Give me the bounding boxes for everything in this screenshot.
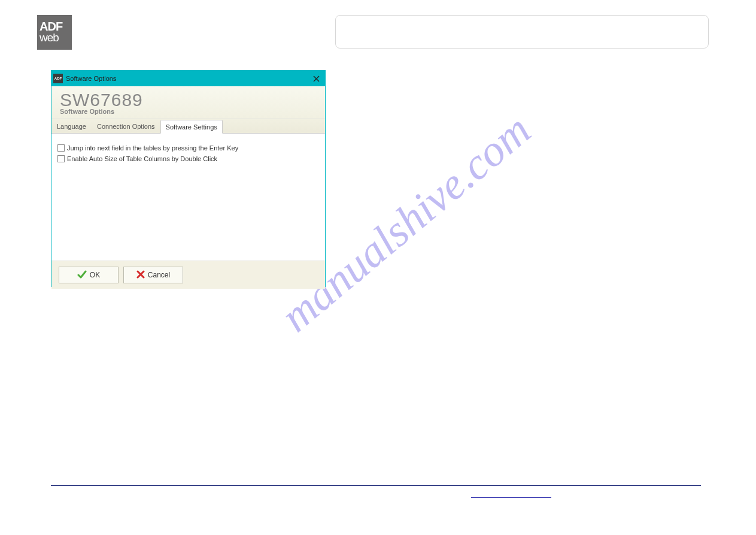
checkbox-row-auto-size[interactable]: Enable Auto Size of Table Columns by Dou… [57,155,319,162]
dialog-title: Software Options [66,75,307,82]
logo-line-2: web [40,32,72,43]
tab-panel-software-settings: Jump into next field in the tables by pr… [51,134,325,261]
checkbox-label: Enable Auto Size of Table Columns by Dou… [67,155,217,162]
cancel-label: Cancel [148,271,170,279]
adfweb-logo: ADF web [37,15,72,50]
tab-software-settings[interactable]: Software Settings [160,120,223,134]
dialog-app-icon: ADF [53,74,63,83]
x-icon [136,270,145,280]
software-options-dialog: ADF Software Options SW67689 Software Op… [51,70,326,287]
checkbox-jump-next-field[interactable] [57,144,65,152]
top-blank-panel [335,15,709,49]
dialog-code: SW67689 [60,90,317,110]
dialog-button-row: OK Cancel [51,261,325,289]
checkbox-label: Jump into next field in the tables by pr… [67,144,238,152]
ok-label: OK [90,271,100,279]
checkbox-row-jump-next-field[interactable]: Jump into next field in the tables by pr… [57,144,319,152]
tab-connection-options[interactable]: Connection Options [92,119,160,133]
tab-language[interactable]: Language [51,119,92,133]
dialog-header: SW67689 Software Options [51,86,325,119]
dialog-titlebar: ADF Software Options [51,71,325,86]
dialog-subtitle: Software Options [60,108,317,115]
dialog-tabs: Language Connection Options Software Set… [51,119,325,134]
checkbox-auto-size[interactable] [57,155,65,162]
footer-link-underline [471,497,551,498]
close-icon[interactable] [307,71,325,86]
cancel-button[interactable]: Cancel [123,267,183,283]
check-icon [77,270,87,280]
footer-separator [51,485,701,486]
ok-button[interactable]: OK [59,267,119,283]
